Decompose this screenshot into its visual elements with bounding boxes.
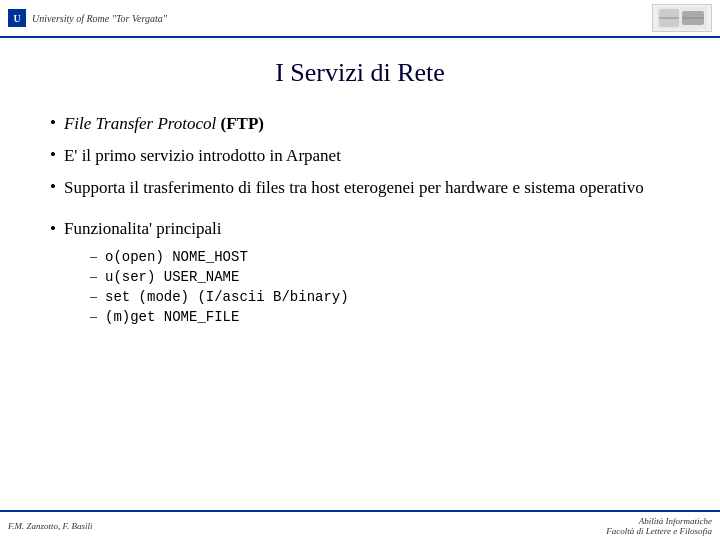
top-bar: U University of Rome "Tor Vergata"	[0, 0, 720, 38]
top-right-logo-icon	[657, 7, 707, 29]
mono-item-get-text: (m)get NOME_FILE	[105, 309, 239, 325]
main-content: I Servizi di Rete File Transfer Protocol…	[0, 38, 720, 351]
bullet-item-primo: E' il primo servizio introdotto in Arpan…	[50, 144, 670, 168]
funzionalita-list: o(open) NOME_HOST u(ser) USER_NAME set (…	[50, 249, 670, 325]
logo-letter: U	[13, 13, 20, 24]
footer-right: Abilità Informatiche Facoltà di Lettere …	[606, 516, 712, 536]
mono-item-user: u(ser) USER_NAME	[90, 269, 670, 285]
bullet-item-supporta: Supporta il trasferimento di files tra h…	[50, 176, 670, 200]
mono-item-get: (m)get NOME_FILE	[90, 309, 670, 325]
mono-item-open: o(open) NOME_HOST	[90, 249, 670, 265]
bottom-bar: F.M. Zanzotto, F. Basili Abilità Informa…	[0, 510, 720, 540]
main-bullet-list: File Transfer Protocol (FTP) E' il primo…	[50, 112, 670, 199]
ftp-label-italic: File Transfer Protocol	[64, 114, 216, 133]
university-name: University of Rome "Tor Vergata"	[32, 13, 167, 24]
footer-right-line1: Abilità Informatiche	[606, 516, 712, 526]
footer-left: F.M. Zanzotto, F. Basili	[8, 521, 92, 531]
bullet-supporta-text: Supporta il trasferimento di files tra h…	[64, 176, 644, 200]
footer-right-line2: Facoltà di Lettere e Filosofia	[606, 526, 712, 536]
bullet-ftp-text: File Transfer Protocol (FTP)	[64, 112, 264, 136]
top-bar-left: U University of Rome "Tor Vergata"	[8, 9, 167, 27]
funzionalita-section: Funzionalita' principali o(open) NOME_HO…	[50, 219, 670, 325]
funzionalita-title: Funzionalita' principali	[50, 219, 670, 239]
top-right-logo	[652, 4, 712, 32]
mono-item-user-text: u(ser) USER_NAME	[105, 269, 239, 285]
ftp-label-bold: (FTP)	[221, 114, 264, 133]
bullet-primo-text: E' il primo servizio introdotto in Arpan…	[64, 144, 341, 168]
page-title: I Servizi di Rete	[50, 58, 670, 88]
bullet-item-ftp: File Transfer Protocol (FTP)	[50, 112, 670, 136]
mono-item-open-text: o(open) NOME_HOST	[105, 249, 248, 265]
mono-item-set-text: set (mode) (I/ascii B/binary)	[105, 289, 349, 305]
university-logo-icon: U	[8, 9, 26, 27]
mono-item-set: set (mode) (I/ascii B/binary)	[90, 289, 670, 305]
